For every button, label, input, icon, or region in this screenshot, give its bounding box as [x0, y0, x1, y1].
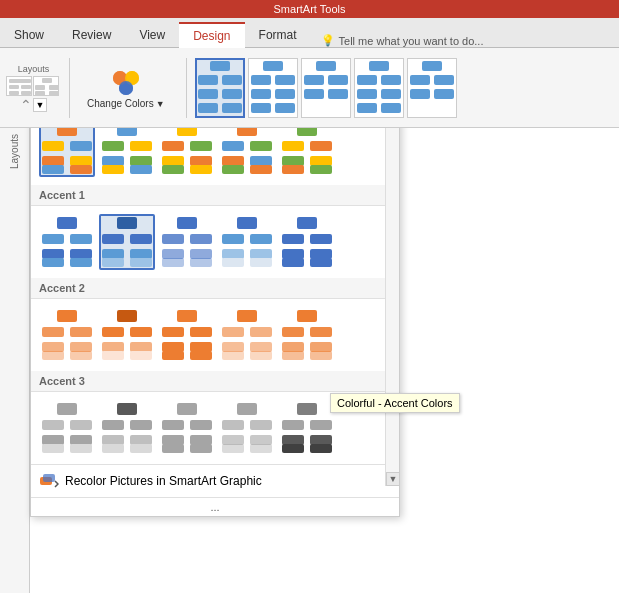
accent1-option-2[interactable] [99, 214, 155, 270]
svg-rect-191 [162, 420, 184, 430]
tab-design[interactable]: Design [179, 22, 244, 48]
layout-option-2[interactable] [248, 58, 298, 118]
tab-view[interactable]: View [125, 22, 179, 47]
svg-rect-152 [130, 342, 152, 352]
svg-rect-154 [130, 351, 152, 360]
svg-rect-184 [102, 420, 124, 430]
svg-rect-166 [250, 342, 272, 352]
svg-rect-89 [190, 156, 212, 166]
search-placeholder: Tell me what you want to do... [339, 35, 484, 47]
svg-rect-134 [297, 217, 317, 229]
svg-rect-71 [57, 128, 77, 136]
svg-rect-33 [304, 89, 324, 99]
accent1-option-1[interactable] [39, 214, 95, 270]
tab-review[interactable]: Review [58, 22, 125, 47]
svg-rect-105 [310, 165, 332, 174]
svg-rect-187 [130, 435, 152, 445]
svg-rect-135 [282, 234, 304, 244]
svg-rect-172 [282, 342, 304, 352]
accent2-options-row [31, 299, 399, 371]
accent3-option-1[interactable] [39, 400, 95, 456]
svg-rect-85 [177, 128, 197, 136]
svg-rect-195 [162, 444, 184, 453]
svg-rect-210 [310, 444, 332, 453]
change-colors-icon [110, 66, 142, 98]
recolor-footer[interactable]: Recolor Pictures in SmartArt Graphic [31, 464, 399, 497]
section-accent2: Accent 2 [31, 278, 399, 299]
layout-thumb-2[interactable] [33, 76, 59, 96]
svg-rect-74 [42, 156, 64, 166]
tab-format[interactable]: Format [245, 22, 311, 47]
svg-rect-0 [9, 79, 31, 83]
svg-rect-127 [237, 217, 257, 229]
layout-more[interactable]: ▼ [33, 98, 47, 112]
layout-row-1 [6, 76, 61, 96]
colorful-option-2[interactable] [99, 128, 155, 177]
layout-thumb-1[interactable] [6, 76, 32, 96]
layout-scroll[interactable]: ⌃ ▼ [6, 98, 61, 112]
svg-rect-190 [177, 403, 197, 415]
accent1-option-4[interactable] [219, 214, 275, 270]
svg-rect-202 [222, 444, 244, 453]
layout-option-3[interactable] [301, 58, 351, 118]
svg-rect-41 [381, 103, 401, 113]
accent2-option-4[interactable] [219, 307, 275, 363]
svg-rect-19 [198, 89, 218, 99]
accent2-option-2[interactable] [99, 307, 155, 363]
colorful-option-4[interactable] [219, 128, 275, 177]
svg-rect-38 [357, 89, 377, 99]
change-colors-label: Change Colors [87, 98, 154, 109]
dropdown-scrollbar[interactable]: ▲ ▼ [385, 128, 399, 486]
accent3-options-row [31, 392, 399, 464]
svg-rect-77 [70, 165, 92, 174]
recolor-label: Recolor Pictures in SmartArt Graphic [65, 474, 262, 488]
svg-rect-186 [102, 435, 124, 445]
accent1-option-3[interactable] [159, 214, 215, 270]
colorful-option-3[interactable] [159, 128, 215, 177]
svg-rect-45 [410, 89, 430, 99]
svg-rect-183 [117, 403, 137, 415]
svg-rect-117 [130, 249, 152, 259]
separator-2 [186, 58, 187, 118]
svg-rect-129 [250, 234, 272, 244]
svg-rect-124 [190, 249, 212, 259]
svg-rect-196 [190, 444, 212, 453]
svg-rect-37 [381, 75, 401, 85]
layout-option-1[interactable] [195, 58, 245, 118]
accent2-option-3[interactable] [159, 307, 215, 363]
svg-rect-21 [198, 103, 218, 113]
accent2-option-5[interactable] [279, 307, 335, 363]
accent3-option-3[interactable] [159, 400, 215, 456]
accent2-option-1[interactable] [39, 307, 95, 363]
accent1-options-row [31, 206, 399, 278]
svg-rect-119 [130, 258, 152, 267]
change-colors-dropdown: Primary Theme Colors [30, 128, 400, 517]
svg-rect-96 [250, 156, 272, 166]
layout-option-5[interactable] [407, 58, 457, 118]
accent3-option-2[interactable] [99, 400, 155, 456]
svg-rect-121 [162, 234, 184, 244]
colorful-option-1[interactable] [39, 128, 95, 177]
svg-rect-112 [70, 258, 92, 267]
tab-show[interactable]: Show [0, 22, 58, 47]
svg-rect-125 [162, 258, 184, 267]
svg-rect-131 [250, 249, 272, 259]
colorful-option-5[interactable] [279, 128, 335, 177]
svg-rect-88 [162, 156, 184, 166]
svg-rect-16 [210, 61, 230, 71]
svg-rect-204 [297, 403, 317, 415]
svg-rect-206 [310, 420, 332, 430]
more-button[interactable]: ... [31, 497, 399, 516]
svg-rect-100 [282, 141, 304, 151]
svg-rect-153 [102, 351, 124, 360]
svg-rect-143 [70, 327, 92, 337]
accent1-option-5[interactable] [279, 214, 335, 270]
scroll-down-button[interactable]: ▼ [386, 472, 400, 486]
svg-rect-169 [297, 310, 317, 322]
change-colors-button[interactable]: Change Colors ▼ [78, 61, 174, 114]
svg-rect-40 [357, 103, 377, 113]
svg-rect-94 [250, 141, 272, 151]
accent3-option-4[interactable] [219, 400, 275, 456]
accent3-option-5[interactable] [279, 400, 335, 456]
layout-option-4[interactable] [354, 58, 404, 118]
